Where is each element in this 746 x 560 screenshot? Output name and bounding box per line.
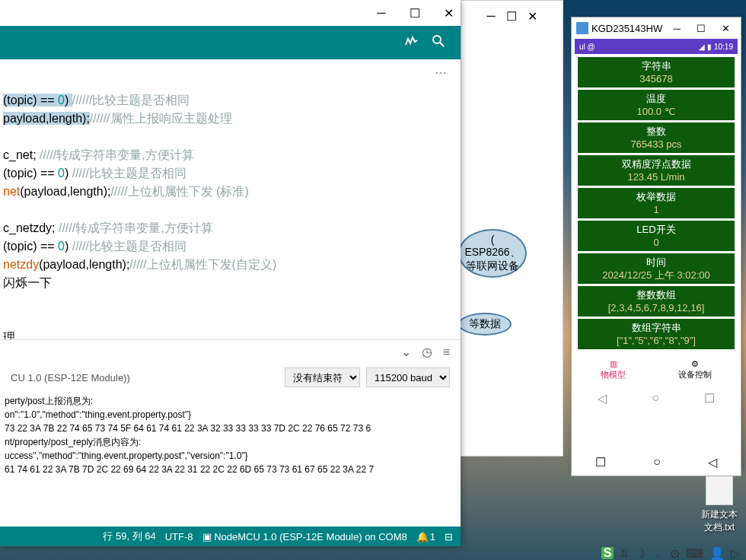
serial-line: 73 22 3A 7B 22 74 65 73 74 5F 64 61 74 6… (5, 422, 456, 435)
comma-icon[interactable]: ， (652, 546, 664, 561)
serial-line: uccess","method":"thing.event.property.p… (5, 449, 456, 463)
serial-plotter-icon[interactable] (404, 34, 418, 51)
data-card-enum: 枚举数据1 (578, 188, 735, 218)
android-emulator-window: KGD235143HW ─ ☐ ✕ ul @ ◢ ▮ 10:19 字符串3456… (571, 17, 741, 470)
file-name: 新建文本文档.txt (697, 508, 741, 534)
barcode-icon: ▥ (601, 359, 626, 369)
baud-rate-select[interactable]: 115200 baud (366, 368, 450, 387)
maximize-button[interactable]: ☐ (690, 23, 712, 34)
moon-icon[interactable]: ☽ (635, 546, 646, 561)
serial-line: on":"1.0","method":"thing.event.property… (5, 408, 456, 422)
home-button[interactable]: ○ (652, 391, 659, 406)
serial-line: nt/property/post_reply消息内容为: (5, 435, 456, 449)
tab-control[interactable]: ⚙设备控制 (678, 359, 712, 380)
back-button[interactable]: ◁ (598, 391, 607, 406)
arduino-statusbar: 行 59, 列 64 UTF-8 ▣ NodeMCU 1.0 (ESP-12E … (0, 527, 461, 546)
desktop-file-txt[interactable]: 新建文本文档.txt (697, 472, 741, 534)
system-tray: S 五 ☽ ， ⊙ ⌨ 👤 ▷ (595, 546, 746, 560)
ime-label[interactable]: 五 (620, 547, 629, 560)
android-screen: ul @ ◢ ▮ 10:19 字符串345678 温度100.0 ℃ 整数765… (575, 39, 738, 466)
board-port-label: ▣ NodeMCU 1.0 (ESP-12E Module) on COM8 (202, 531, 407, 542)
serial-line: perty/post上报消息为: (5, 394, 456, 408)
triangle-icon[interactable]: ▷ (731, 546, 740, 561)
emulator-recents-button[interactable]: ☐ (595, 455, 606, 469)
close-panel-icon[interactable]: ⊟ (445, 531, 453, 542)
background-window: ─ ☐ ✕ ( ESP8266、 等联网设备 等数据 (461, 0, 563, 457)
app-icon (576, 22, 588, 34)
keyboard-icon[interactable]: ⌨ (686, 546, 703, 561)
data-card-string-array: 数组字符串["1","5","6","8","9"] (578, 319, 735, 349)
arduino-ide-window: ─ ☐ ✕ ⋯ (topic) == 0) //////比较主题是否相同 pay… (0, 0, 461, 546)
emulator-outer-nav: ☐ ○ ◁ (571, 449, 741, 476)
circle-icon[interactable]: ⊙ (670, 546, 680, 561)
sliders-icon: ⚙ (678, 359, 712, 369)
minimize-button[interactable]: ─ (372, 6, 391, 20)
data-card-string: 字符串345678 (578, 57, 735, 88)
close-button[interactable]: ✕ (528, 9, 537, 24)
serial-output[interactable]: perty/post上报消息为: on":"1.0","method":"thi… (0, 391, 461, 505)
code-editor[interactable]: (topic) == 0) //////比较主题是否相同 payload,len… (0, 85, 461, 339)
maximize-button[interactable]: ☐ (406, 6, 424, 21)
encoding-label: UTF-8 (165, 531, 193, 542)
chevron-down-icon[interactable]: ⌄ (401, 345, 411, 359)
serial-controls: CU 1.0 (ESP-12E Module)) 没有结束符 115200 ba… (0, 364, 461, 391)
diagram-node-esp: ( ESP8266、 等联网设备 (458, 229, 527, 278)
android-statusbar: ul @ ◢ ▮ 10:19 (575, 39, 738, 54)
person-icon[interactable]: 👤 (709, 546, 725, 561)
minimize-button[interactable]: ─ (666, 23, 687, 34)
notification-badge[interactable]: 🔔 1 (416, 531, 435, 542)
app-bottom-tabs: ▥物模型 ⚙设备控制 (575, 355, 738, 385)
arduino-titlebar: ─ ☐ ✕ (0, 0, 461, 26)
diagram-node-data: 等数据 (458, 313, 512, 336)
recents-button[interactable]: ☐ (704, 391, 715, 406)
more-icon[interactable]: ⋯ (435, 65, 447, 80)
android-inner-nav: ◁ ○ ☐ (575, 385, 738, 412)
line-ending-select[interactable]: 没有结束符 (285, 368, 360, 387)
clock-icon[interactable]: ◷ (422, 345, 432, 359)
svg-point-0 (433, 36, 441, 43)
data-card-double: 双精度浮点数据123.45 L/min (578, 155, 735, 186)
close-button[interactable]: ✕ (715, 23, 736, 34)
arduino-toolbar (0, 26, 461, 59)
module-label: CU 1.0 (ESP-12E Module)) (11, 372, 279, 383)
arduino-tabarea: ⋯ (0, 59, 461, 85)
minimize-button[interactable]: ─ (486, 9, 495, 23)
window-title: KGD235143HW (591, 23, 663, 34)
text-file-icon (706, 472, 733, 505)
svg-line-1 (440, 43, 444, 46)
data-card-time: 时间2024/12/25 上午 3:02:00 (578, 253, 735, 284)
serial-monitor-icon[interactable] (432, 34, 445, 51)
emulator-back-button[interactable]: ◁ (708, 455, 717, 469)
maximize-button[interactable]: ☐ (506, 9, 517, 24)
android-titlebar: KGD235143HW ─ ☐ ✕ (572, 18, 741, 39)
list-icon[interactable]: ≡ (443, 345, 450, 359)
serial-panel-header: ⌄ ◷ ≡ (0, 339, 461, 364)
data-card-temperature: 温度100.0 ℃ (578, 90, 735, 120)
data-card-led: LED开关0 (578, 221, 735, 251)
data-card-int-array: 整数数组[2,3,4,5,6,7,8,9,12,16] (578, 286, 735, 317)
serial-line: 61 74 61 22 3A 7B 7D 2C 22 69 64 22 3A 2… (5, 463, 456, 476)
cursor-position: 行 59, 列 64 (103, 530, 155, 543)
data-card-list[interactable]: 字符串345678 温度100.0 ℃ 整数765433 pcs 双精度浮点数据… (575, 54, 738, 355)
ime-icon[interactable]: S (601, 547, 614, 559)
emulator-home-button[interactable]: ○ (653, 455, 661, 469)
data-card-integer: 整数765433 pcs (578, 123, 735, 153)
close-button[interactable]: ✕ (439, 6, 457, 21)
tab-model[interactable]: ▥物模型 (601, 359, 626, 380)
